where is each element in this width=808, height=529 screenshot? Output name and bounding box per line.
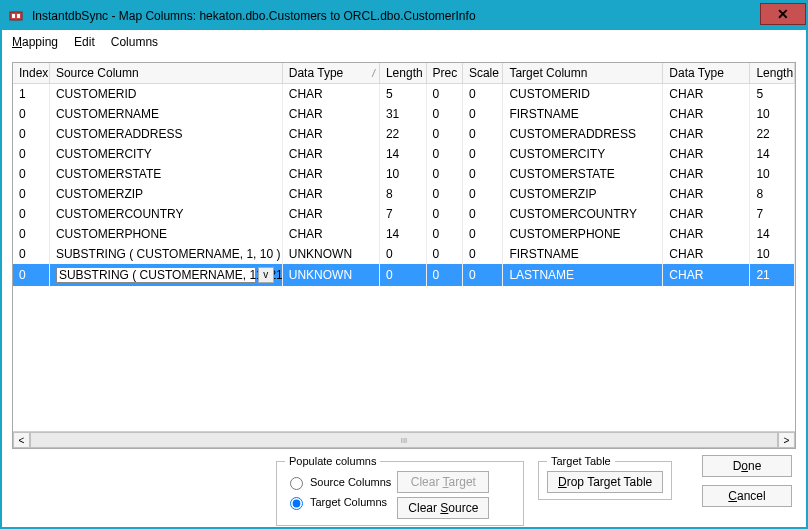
col-target-column[interactable]: Target Column xyxy=(503,63,663,84)
cell-length[interactable]: 10 xyxy=(379,164,426,184)
cell-length2[interactable]: 10 xyxy=(750,104,795,124)
cell-target[interactable]: CUSTOMERSTATE xyxy=(503,164,663,184)
cell-stype[interactable]: CHAR xyxy=(282,184,379,204)
cell-length[interactable]: 31 xyxy=(379,104,426,124)
cell-scale[interactable]: 0 xyxy=(462,224,502,244)
table-row[interactable]: 0CUSTOMERADDRESSCHAR2200CUSTOMERADDRESSC… xyxy=(13,124,795,144)
scroll-thumb-icon[interactable]: III xyxy=(401,436,408,445)
cell-length[interactable]: 0 xyxy=(379,244,426,264)
cell-stype[interactable]: UNKNOWN xyxy=(282,244,379,264)
cell-index[interactable]: 0 xyxy=(13,104,49,124)
cell-prec[interactable]: 0 xyxy=(426,244,462,264)
cell-length2[interactable]: 14 xyxy=(750,144,795,164)
cell-length2[interactable]: 22 xyxy=(750,124,795,144)
table-row[interactable]: 0CUSTOMERNAMECHAR3100FIRSTNAMECHAR10 xyxy=(13,104,795,124)
col-source-column[interactable]: Source Column xyxy=(49,63,282,84)
cell-target[interactable]: CUSTOMERADDRESS xyxy=(503,124,663,144)
cell-scale[interactable]: 0 xyxy=(462,164,502,184)
cell-length[interactable]: 14 xyxy=(379,224,426,244)
cell-prec[interactable]: 0 xyxy=(426,224,462,244)
cell-scale[interactable]: 0 xyxy=(462,84,502,105)
cell-index[interactable]: 1 xyxy=(13,84,49,105)
radio-target-columns[interactable]: Target Columns xyxy=(285,494,391,510)
table-row[interactable]: 0SUBSTRING ( CUSTOMERNAME, 1, 10 )UNKNOW… xyxy=(13,244,795,264)
cell-source[interactable]: CUSTOMERADDRESS xyxy=(49,124,282,144)
cell-source[interactable]: CUSTOMERNAME xyxy=(49,104,282,124)
column-grid[interactable]: Index Source Column Data Type / Length P… xyxy=(13,63,795,431)
cell-target[interactable]: CUSTOMERZIP xyxy=(503,184,663,204)
cell-target[interactable]: CUSTOMERCOUNTRY xyxy=(503,204,663,224)
cell-source[interactable]: CUSTOMERCITY xyxy=(49,144,282,164)
cell-length[interactable]: 8 xyxy=(379,184,426,204)
cell-scale[interactable]: 0 xyxy=(462,244,502,264)
cell-stype[interactable]: CHAR xyxy=(282,224,379,244)
cell-source[interactable]: SUBSTRING ( CUSTOMERNAME, 1, 10 ) xyxy=(49,244,282,264)
clear-source-button[interactable]: Clear Source xyxy=(397,497,489,519)
cell-source[interactable]: CUSTOMERID xyxy=(49,84,282,105)
cell-length2[interactable]: 7 xyxy=(750,204,795,224)
col-data-type2[interactable]: Data Type xyxy=(663,63,750,84)
scroll-track[interactable]: III xyxy=(30,432,778,448)
cell-length[interactable]: 0 xyxy=(379,264,426,286)
cell-source[interactable]: CUSTOMERZIP xyxy=(49,184,282,204)
cell-source-editing[interactable]: SUBSTRING ( CUSTOMERNAME, 11, 21 )v xyxy=(49,264,282,286)
cell-prec[interactable]: 0 xyxy=(426,144,462,164)
cell-index[interactable]: 0 xyxy=(13,224,49,244)
cell-target[interactable]: FIRSTNAME xyxy=(503,104,663,124)
col-index[interactable]: Index xyxy=(13,63,49,84)
cell-index[interactable]: 0 xyxy=(13,264,49,286)
cell-prec[interactable]: 0 xyxy=(426,104,462,124)
cell-ttype[interactable]: CHAR xyxy=(663,184,750,204)
cell-ttype[interactable]: CHAR xyxy=(663,204,750,224)
cell-prec[interactable]: 0 xyxy=(426,84,462,105)
cell-stype[interactable]: CHAR xyxy=(282,144,379,164)
cell-length2[interactable]: 8 xyxy=(750,184,795,204)
menu-mapping[interactable]: Mapping xyxy=(12,35,58,49)
cell-target[interactable]: LASTNAME xyxy=(503,264,663,286)
cell-prec[interactable]: 0 xyxy=(426,204,462,224)
cell-length2[interactable]: 5 xyxy=(750,84,795,105)
cell-prec[interactable]: 0 xyxy=(426,124,462,144)
menu-edit[interactable]: Edit xyxy=(74,35,95,49)
cell-scale[interactable]: 0 xyxy=(462,104,502,124)
close-button[interactable]: ✕ xyxy=(760,3,806,25)
cell-prec[interactable]: 0 xyxy=(426,184,462,204)
col-scale[interactable]: Scale xyxy=(462,63,502,84)
table-row[interactable]: 0CUSTOMERPHONECHAR1400CUSTOMERPHONECHAR1… xyxy=(13,224,795,244)
cell-stype[interactable]: CHAR xyxy=(282,204,379,224)
cell-prec[interactable]: 0 xyxy=(426,164,462,184)
cell-length[interactable]: 5 xyxy=(379,84,426,105)
cell-source[interactable]: CUSTOMERSTATE xyxy=(49,164,282,184)
cell-scale[interactable]: 0 xyxy=(462,144,502,164)
cell-index[interactable]: 0 xyxy=(13,204,49,224)
cell-prec[interactable]: 0 xyxy=(426,264,462,286)
scroll-left-button[interactable]: < xyxy=(13,432,30,448)
cell-length[interactable]: 14 xyxy=(379,144,426,164)
cell-ttype[interactable]: CHAR xyxy=(663,124,750,144)
cell-length2[interactable]: 10 xyxy=(750,164,795,184)
drop-target-table-button[interactable]: Drop Target Table xyxy=(547,471,663,493)
cell-index[interactable]: 0 xyxy=(13,244,49,264)
cell-length[interactable]: 22 xyxy=(379,124,426,144)
col-data-type[interactable]: Data Type / xyxy=(282,63,379,84)
radio-source-columns[interactable]: Source Columns xyxy=(285,474,391,490)
table-row[interactable]: 1CUSTOMERIDCHAR500CUSTOMERIDCHAR5 xyxy=(13,84,795,105)
horizontal-scrollbar[interactable]: < III > xyxy=(13,431,795,448)
table-row[interactable]: 0CUSTOMERSTATECHAR1000CUSTOMERSTATECHAR1… xyxy=(13,164,795,184)
cell-length2[interactable]: 14 xyxy=(750,224,795,244)
cell-target[interactable]: FIRSTNAME xyxy=(503,244,663,264)
col-prec[interactable]: Prec xyxy=(426,63,462,84)
done-button[interactable]: Done xyxy=(702,455,792,477)
cell-scale[interactable]: 0 xyxy=(462,184,502,204)
cell-target[interactable]: CUSTOMERID xyxy=(503,84,663,105)
table-row[interactable]: 0CUSTOMERZIPCHAR800CUSTOMERZIPCHAR8 xyxy=(13,184,795,204)
radio-target-input[interactable] xyxy=(290,497,303,510)
menu-columns[interactable]: Columns xyxy=(111,35,158,49)
cell-stype[interactable]: CHAR xyxy=(282,164,379,184)
cell-index[interactable]: 0 xyxy=(13,184,49,204)
cell-ttype[interactable]: CHAR xyxy=(663,104,750,124)
cell-length2[interactable]: 10 xyxy=(750,244,795,264)
cell-stype[interactable]: UNKNOWN xyxy=(282,264,379,286)
col-length2[interactable]: Length xyxy=(750,63,795,84)
radio-source-input[interactable] xyxy=(290,477,303,490)
